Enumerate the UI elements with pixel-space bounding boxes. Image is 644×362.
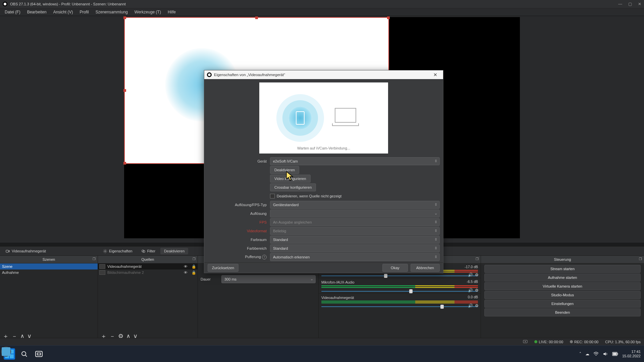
defaults-button[interactable]: Zurücksetzen	[208, 264, 238, 272]
obs-window: OBS 27.1.3 (64-bit, windows) - Profil: U…	[0, 0, 644, 362]
mute-icon[interactable]: 🔊	[468, 303, 473, 308]
mixer-channel-name: Videoaufnahmegerät	[321, 296, 478, 300]
close-button[interactable]: ✕	[638, 2, 641, 6]
volume-slider[interactable]	[321, 274, 478, 278]
menu-edit[interactable]: Bearbeiten	[24, 9, 50, 15]
popout-icon[interactable]: ❐	[639, 257, 642, 261]
mixer-channel: Mikrofon-/AUX-Audio -6.5 dB 🔊⚙	[319, 278, 481, 293]
mute-icon[interactable]: 🔊	[468, 288, 473, 293]
gear-icon	[103, 249, 107, 253]
obs-icon	[207, 72, 212, 77]
configure-crossbar-button[interactable]: Crossbar konfigurieren	[270, 183, 316, 191]
source-name: Videoaufnahmegerät	[2, 248, 50, 255]
fps-select: An Ausgabe angleichen⇳	[270, 218, 440, 226]
colorrange-select[interactable]: Standard⇳	[270, 244, 440, 252]
volume-slider[interactable]	[321, 305, 478, 309]
control-button[interactable]: Aufnahme starten	[484, 274, 641, 282]
filter-icon	[141, 249, 146, 253]
duration-select[interactable]: 300 ms⌄	[221, 275, 316, 283]
resize-handle[interactable]	[123, 16, 126, 19]
properties-button[interactable]: Eigenschaften	[99, 248, 136, 255]
buffering-select[interactable]: Automatisch erkennen⇳	[270, 253, 440, 261]
tray-battery-icon[interactable]	[612, 352, 618, 356]
svg-line-7	[25, 355, 27, 357]
dialog-titlebar[interactable]: Eigenschaften von „Videoaufnahmegerät“ ✕	[204, 70, 443, 79]
tray-wifi-icon[interactable]	[593, 352, 599, 356]
resize-handle[interactable]	[255, 16, 258, 19]
popout-icon[interactable]: ❐	[193, 257, 196, 261]
channel-settings-icon[interactable]: ⚙	[475, 303, 479, 308]
menu-profile[interactable]: Profil	[76, 9, 92, 15]
menu-file[interactable]: Datei (F)	[1, 9, 24, 15]
mute-icon[interactable]: 🔊	[468, 273, 473, 277]
control-button[interactable]: Einstellungen	[484, 300, 641, 308]
network-icon	[523, 340, 528, 344]
lock-icon[interactable]: 🔒	[192, 270, 196, 275]
control-button[interactable]: Stream starten	[484, 265, 641, 273]
deactivate-when-hidden-checkbox[interactable]: Deaktivieren, wenn Quelle nicht gezeigt	[270, 194, 440, 198]
laptop-icon	[332, 108, 359, 128]
colorrange-label: Farbbereich	[208, 246, 270, 250]
source-item[interactable]: Bildschirmaufnahme 2 👁 🔒	[98, 269, 198, 276]
channel-settings-icon[interactable]: ⚙	[475, 288, 479, 293]
resize-handle[interactable]	[123, 162, 126, 165]
resize-handle[interactable]	[387, 16, 390, 19]
device-select[interactable]: e2eSoft iVCam⇳	[270, 157, 440, 165]
colorspace-label: Farbraum	[208, 238, 270, 242]
taskbar-app[interactable]	[0, 346, 12, 358]
svg-rect-9	[617, 353, 618, 355]
source-item[interactable]: Videoaufnahmegerät 👁 🔒	[98, 263, 198, 269]
taskbar-clock[interactable]: 17:41 15.02.2022	[622, 350, 641, 358]
status-live: LIVE: 00:00:00	[539, 340, 563, 344]
svg-point-6	[22, 352, 26, 356]
search-icon[interactable]	[18, 348, 30, 360]
info-icon[interactable]: ?	[262, 255, 267, 259]
visibility-icon[interactable]: 👁	[184, 270, 187, 275]
videoformat-label: Videoformat	[208, 229, 270, 233]
fps-label: FPS	[208, 220, 270, 224]
properties-dialog: Eigenschaften von „Videoaufnahmegerät“ ✕…	[204, 70, 443, 273]
menu-tools[interactable]: Werkzeuge (T)	[131, 9, 164, 15]
titlebar-text: OBS 27.1.3 (64-bit, windows) - Profil: U…	[10, 2, 126, 6]
cancel-button[interactable]: Abbrechen	[411, 264, 440, 272]
tray-expand-icon[interactable]: ˄	[579, 352, 581, 356]
close-icon[interactable]: ✕	[430, 70, 440, 79]
menu-scene-collection[interactable]: Szenensammlung	[92, 9, 131, 15]
minimize-button[interactable]: —	[618, 2, 622, 6]
popout-icon[interactable]: ❐	[93, 257, 96, 261]
mixer-channel: Videoaufnahmegerät 0.0 dB 🔊⚙	[319, 293, 481, 309]
deactivate-device-button[interactable]: Deaktivieren	[270, 166, 299, 174]
titlebar: OBS 27.1.3 (64-bit, windows) - Profil: U…	[0, 0, 644, 8]
restype-select[interactable]: Gerätestandard⇳	[270, 201, 440, 209]
ok-button[interactable]: Okay	[382, 264, 408, 272]
visibility-icon[interactable]: 👁	[184, 264, 187, 268]
scene-item[interactable]: Szene	[0, 263, 98, 269]
control-button[interactable]: Virtuelle Kamera starten	[484, 282, 641, 290]
scene-item[interactable]: Aufnahme	[0, 269, 98, 276]
resolution-select[interactable]: ⌄	[270, 209, 440, 218]
configure-video-button[interactable]: Video konfigurieren	[270, 175, 311, 183]
lock-icon[interactable]: 🔒	[192, 264, 196, 269]
menu-help[interactable]: Hilfe	[164, 9, 179, 15]
deactivate-button[interactable]: Deaktivieren	[160, 248, 188, 254]
colorspace-select[interactable]: Standard⇳	[270, 236, 440, 244]
sources-header: Quellen❐	[98, 256, 198, 263]
filters-button[interactable]: Filter	[138, 248, 159, 255]
controls-dock: Steuerung❐ Stream startenAufnahme starte…	[481, 256, 644, 341]
menu-view[interactable]: Ansicht (V)	[50, 9, 76, 15]
tray-onedrive-icon[interactable]: ☁	[585, 352, 589, 356]
wait-label: Warten auf iVCam-Verbindung...	[297, 146, 350, 150]
control-button[interactable]: Beenden	[484, 308, 641, 316]
channel-settings-icon[interactable]: ⚙	[475, 273, 479, 277]
volume-slider[interactable]	[321, 289, 478, 293]
mixer-channel-db: -17.0 dB	[465, 265, 478, 269]
popout-icon[interactable]: ❐	[476, 257, 479, 261]
control-button[interactable]: Studio-Modus	[484, 291, 641, 299]
source-thumb-icon	[99, 270, 105, 275]
device-label: Gerät	[208, 159, 270, 163]
mixer-channel-db: -6.5 dB	[467, 280, 478, 284]
tray-volume-icon[interactable]	[603, 352, 608, 356]
taskview-icon[interactable]	[33, 348, 45, 360]
resize-handle[interactable]	[123, 89, 126, 92]
maximize-button[interactable]: ▢	[628, 2, 632, 6]
